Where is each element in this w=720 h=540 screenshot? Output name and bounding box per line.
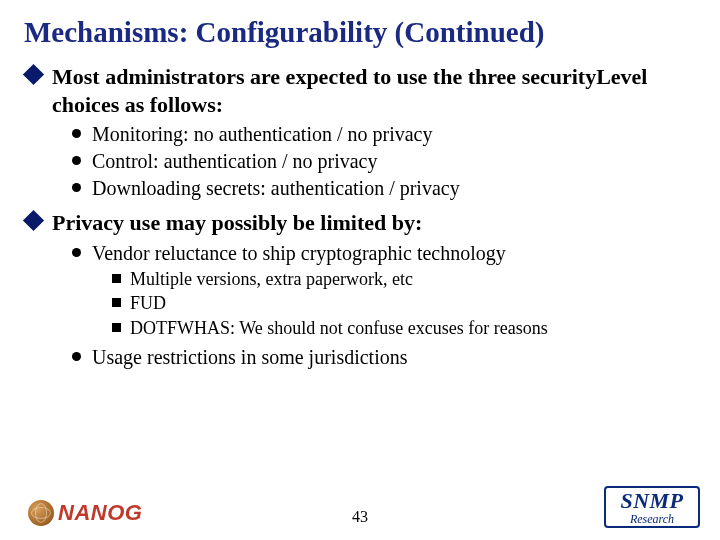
- slide-title: Mechanisms: Configurability (Continued): [24, 16, 696, 49]
- snmp-logo-sub: Research: [606, 513, 698, 525]
- bullet-text: Vendor reluctance to ship cryptographic …: [92, 242, 506, 264]
- bullet-text: Monitoring: no authentication / no priva…: [92, 123, 433, 145]
- slide-body: Most administrators are expected to use …: [24, 63, 696, 370]
- bullet-level2: Downloading secrets: authentication / pr…: [24, 176, 696, 201]
- bullet-level2: Usage restrictions in some jurisdictions: [24, 345, 696, 370]
- bullet-level1: Privacy use may possibly be limited by:: [24, 209, 696, 237]
- bullet-level3: FUD: [24, 292, 696, 315]
- slide: Mechanisms: Configurability (Continued) …: [0, 0, 720, 540]
- bullet-text: DOTFWHAS: We should not confuse excuses …: [130, 318, 548, 338]
- bullet-text: Privacy use may possibly be limited by:: [52, 210, 422, 235]
- diamond-icon: [23, 64, 44, 85]
- bullet-text: Control: authentication / no privacy: [92, 150, 378, 172]
- bullet-level3: Multiple versions, extra paperwork, etc: [24, 268, 696, 291]
- bullet-level3: DOTFWHAS: We should not confuse excuses …: [24, 317, 696, 340]
- bullet-text: Downloading secrets: authentication / pr…: [92, 177, 460, 199]
- dot-icon: [72, 156, 81, 165]
- footer: NANOG 43 SNMP Research: [0, 480, 720, 532]
- bullet-level2: Monitoring: no authentication / no priva…: [24, 122, 696, 147]
- dot-icon: [72, 129, 81, 138]
- bullet-level1: Most administrators are expected to use …: [24, 63, 696, 118]
- dot-icon: [72, 248, 81, 257]
- dot-icon: [72, 352, 81, 361]
- diamond-icon: [23, 210, 44, 231]
- bullet-level2: Control: authentication / no privacy: [24, 149, 696, 174]
- bullet-text: FUD: [130, 293, 166, 313]
- snmp-logo: SNMP Research: [604, 486, 700, 528]
- dot-icon: [72, 183, 81, 192]
- bullet-text: Usage restrictions in some jurisdictions: [92, 346, 408, 368]
- square-icon: [112, 323, 121, 332]
- square-icon: [112, 298, 121, 307]
- bullet-text: Most administrators are expected to use …: [52, 64, 647, 117]
- bullet-text: Multiple versions, extra paperwork, etc: [130, 269, 413, 289]
- bullet-level2: Vendor reluctance to ship cryptographic …: [24, 241, 696, 266]
- snmp-logo-main: SNMP: [606, 490, 698, 512]
- square-icon: [112, 274, 121, 283]
